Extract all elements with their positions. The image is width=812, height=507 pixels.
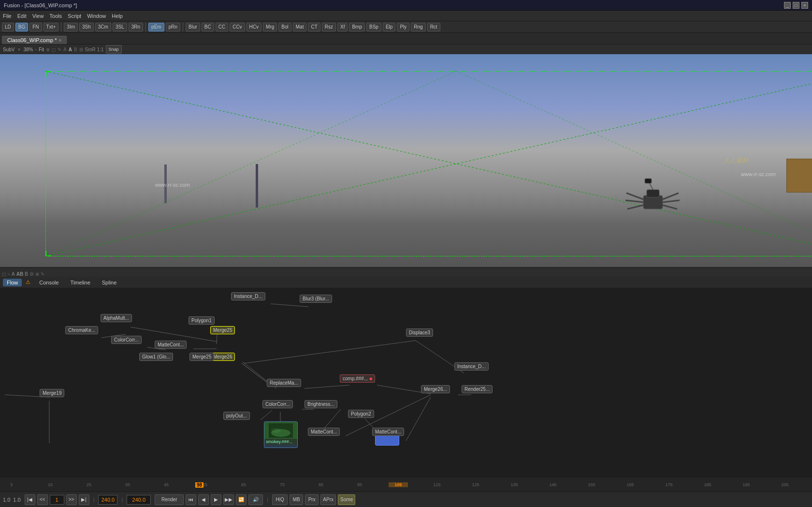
start-label: 1.0 — [3, 497, 10, 503]
tick-75: 75 — [273, 482, 292, 487]
node-colorcorr1[interactable]: ColorCorr... — [111, 336, 142, 344]
tool-3sh[interactable]: 3Sh — [79, 23, 94, 31]
node-colorcorr2[interactable]: ColorCorr... — [262, 400, 293, 408]
tool-rsz[interactable]: Rsz — [322, 23, 336, 31]
tool-bg[interactable]: BG — [15, 23, 28, 31]
node-replacema[interactable]: ReplaceMa... — [267, 379, 301, 387]
tool-3cm[interactable]: 3Cm — [95, 23, 111, 31]
tool-fn[interactable]: FN — [29, 23, 42, 31]
node-render25[interactable]: Render25... — [462, 385, 493, 393]
current-frame-input[interactable] — [127, 495, 151, 505]
loop-btn[interactable]: 🔁 — [236, 494, 246, 505]
node-brightness[interactable]: Brightness... — [304, 400, 337, 408]
comp-tab-close[interactable]: × — [59, 38, 62, 43]
node-mattecont1[interactable]: MatteCont... — [155, 341, 187, 349]
flow-tab-console[interactable]: Console — [35, 279, 62, 286]
tool-prn[interactable]: pRn — [166, 23, 180, 31]
tool-3im[interactable]: 3Im — [64, 23, 78, 31]
mb-btn[interactable]: MB — [290, 494, 303, 505]
node-glow1[interactable]: Glow1 (Glo... — [139, 353, 173, 361]
node-smokey[interactable]: smokey.###... — [264, 421, 298, 448]
node-comp-red[interactable]: comp.###... ■ — [340, 374, 375, 383]
render-btn[interactable]: Render — [155, 494, 184, 505]
rewind-btn[interactable]: ⏮ — [186, 494, 196, 505]
tool-hcv[interactable]: HCv — [246, 23, 261, 31]
tool-txt[interactable]: Txt+ — [44, 23, 59, 31]
tool-ld[interactable]: LD — [2, 23, 14, 31]
snap-btn[interactable]: Snap — [106, 45, 122, 54]
node-blur3[interactable]: Blur3 (Blur... — [300, 295, 332, 303]
tool-rct[interactable]: Rct — [427, 23, 440, 31]
tool-elp[interactable]: Elp — [383, 23, 395, 31]
node-mattecont2[interactable]: MatteCont... — [308, 428, 340, 436]
tool-bsp[interactable]: BSp — [366, 23, 381, 31]
forward-btn[interactable]: >> — [66, 494, 77, 505]
node-merge25b[interactable]: Merge25 — [189, 353, 214, 361]
fit-label: Fit — [39, 47, 44, 52]
fwd-end-btn[interactable]: ▶| — [79, 494, 89, 505]
tool-3sl[interactable]: 3SL — [113, 23, 127, 31]
tool-ccv[interactable]: CCv — [230, 23, 245, 31]
node-merge25[interactable]: Merge25 — [210, 326, 235, 334]
play-btn[interactable]: ▶ — [211, 494, 221, 505]
node-polyout[interactable]: polyOut... — [223, 412, 250, 420]
flow-canvas[interactable]: ChromaKe... AlphaMult... ColorCorr... Ma… — [0, 288, 812, 477]
tool-cc[interactable]: CC — [216, 23, 228, 31]
node-displace3[interactable]: Displace3 — [406, 328, 433, 337]
viewer-icon6: B — [74, 47, 77, 52]
menu-window[interactable]: Window — [87, 13, 106, 19]
tool-xf[interactable]: Xf — [337, 23, 348, 31]
prev-frame-btn[interactable]: ◀ — [198, 494, 209, 505]
tool-mrg[interactable]: Mrg — [263, 23, 277, 31]
menu-help[interactable]: Help — [112, 13, 123, 19]
flow-tab-timeline[interactable]: Timeline — [67, 279, 94, 286]
some-btn[interactable]: Some — [338, 494, 355, 505]
menu-script[interactable]: Script — [68, 13, 81, 19]
tool-3rn[interactable]: 3Rn — [129, 23, 143, 31]
node-instance-d2[interactable]: Instance_D... — [454, 362, 489, 371]
aprx-btn[interactable]: APrx — [320, 494, 336, 505]
menu-tools[interactable]: Tools — [49, 13, 62, 19]
menu-file[interactable]: File — [3, 13, 12, 19]
back-btn[interactable]: << — [37, 494, 48, 505]
menu-view[interactable]: View — [32, 13, 44, 19]
tool-ply[interactable]: Ply — [397, 23, 409, 31]
maximize-btn[interactable]: □ — [793, 2, 799, 9]
close-btn[interactable]: × — [801, 2, 808, 9]
svg-line-6 — [626, 193, 643, 199]
tool-bol[interactable]: Bol — [278, 23, 291, 31]
flow-tab-spline[interactable]: Spline — [98, 279, 121, 286]
node-mattecont3[interactable]: MatteCont... — [372, 428, 404, 436]
hiq-btn[interactable]: HiQ — [272, 494, 288, 505]
vb-icon2: ○ — [7, 271, 10, 277]
node-alphamult[interactable]: AlphaMult... — [101, 314, 132, 322]
vb-icon3: A — [12, 271, 15, 277]
svg-line-9 — [663, 193, 679, 199]
frame-input[interactable] — [50, 495, 64, 505]
node-instance-d1[interactable]: Instance_D... — [231, 292, 265, 300]
menu-edit[interactable]: Edit — [17, 13, 27, 19]
node-chromak[interactable]: ChromaKe... — [65, 326, 98, 334]
node-polygon2[interactable]: Polygon2 — [348, 410, 374, 418]
back-to-start-btn[interactable]: |◀ — [25, 494, 35, 505]
tool-ct[interactable]: CT — [308, 23, 320, 31]
tool-bc[interactable]: BC — [202, 23, 214, 31]
tool-pem[interactable]: pEm — [148, 23, 164, 31]
svg-line-7 — [625, 200, 643, 202]
end-frame-input[interactable] — [98, 495, 117, 505]
audio-btn[interactable]: 🔊 — [248, 494, 263, 505]
tab-bar: Class06_WIP.comp * × — [0, 33, 812, 45]
tool-rng[interactable]: Rng — [411, 23, 425, 31]
flow-tab-flow[interactable]: Flow — [3, 279, 22, 286]
next-frame-btn[interactable]: ▶▶ — [223, 494, 234, 505]
tool-mat[interactable]: Mat — [293, 23, 307, 31]
comp-tab[interactable]: Class06_WIP.comp * × — [2, 36, 67, 44]
minimize-btn[interactable]: _ — [784, 2, 791, 9]
prx-btn[interactable]: Prx — [305, 494, 319, 505]
tool-bmp[interactable]: Bmp — [349, 23, 365, 31]
node-polygon1[interactable]: Polygon1 — [188, 316, 215, 325]
tool-blur[interactable]: Blur — [186, 23, 200, 31]
node-merge26b[interactable]: Merge26... — [421, 385, 450, 393]
tools-toolbar: LD BG FN Txt+ 3Im 3Sh 3Cm 3SL 3Rn pEm pR… — [0, 21, 812, 33]
node-merge19[interactable]: Merge19 — [40, 389, 64, 397]
